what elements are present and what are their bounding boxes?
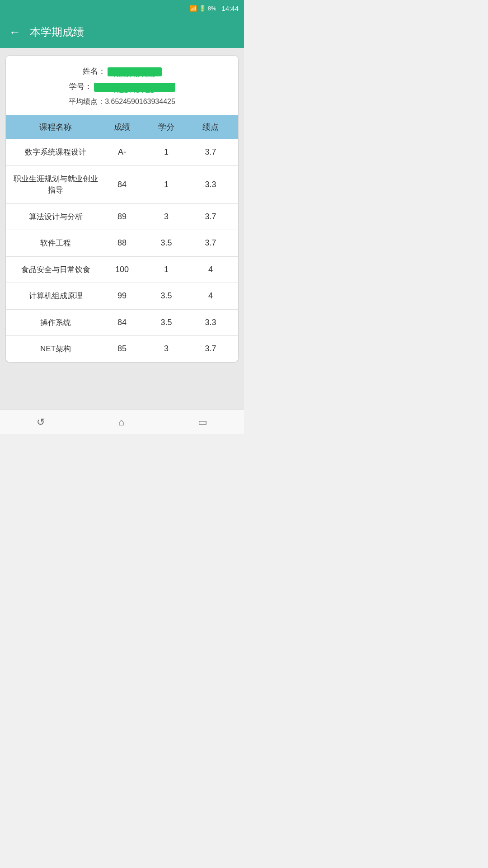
course-credit: 3.5 [144, 291, 188, 301]
course-gpa: 3.3 [188, 180, 233, 189]
id-label: 学号： [69, 82, 92, 91]
status-time: 14:44 [221, 5, 239, 12]
table-row: 操作系统 84 3.5 3.3 [6, 309, 238, 336]
table-header: 课程名称 成绩 学分 绩点 [6, 115, 238, 139]
course-grade: A- [100, 147, 144, 157]
course-name: 职业生涯规划与就业创业指导 [11, 173, 100, 196]
student-name-row: 姓名：REDACTED [13, 64, 231, 79]
course-credit: 3.5 [144, 238, 188, 248]
course-name: NET架构 [11, 343, 100, 355]
course-grade: 84 [100, 318, 144, 327]
course-grade: 84 [100, 180, 144, 189]
main-content: 姓名：REDACTED 学号：REDACTED 平均绩点：3.652459016… [0, 48, 244, 410]
status-icons: 📶 🔋 8% [190, 5, 216, 12]
table-row: 数字系统课程设计 A- 1 3.7 [6, 139, 238, 165]
signal-icon: 📶 [190, 5, 197, 12]
course-name: 软件工程 [11, 237, 100, 249]
course-credit: 3 [144, 344, 188, 354]
student-name-redacted: REDACTED [108, 67, 162, 76]
course-credit: 3.5 [144, 318, 188, 327]
course-name: 操作系统 [11, 317, 100, 329]
col-credit: 学分 [144, 122, 188, 132]
course-grade: 88 [100, 238, 144, 248]
course-grade: 89 [100, 212, 144, 222]
student-id-row: 学号：REDACTED [13, 79, 231, 94]
course-name: 计算机组成原理 [11, 290, 100, 302]
table-row: 软件工程 88 3.5 3.7 [6, 230, 238, 256]
gpa-row: 平均绩点：3.6524590163934425 [13, 94, 231, 109]
course-name: 数字系统课程设计 [11, 146, 100, 158]
course-grade: 100 [100, 265, 144, 274]
course-grade: 85 [100, 344, 144, 354]
course-gpa: 3.3 [188, 318, 233, 327]
course-gpa: 3.7 [188, 147, 233, 157]
table-row: NET架构 85 3 3.7 [6, 335, 238, 362]
gpa-label: 平均绩点：3.6524590163934425 [69, 98, 175, 105]
col-course: 课程名称 [11, 122, 100, 132]
battery-level: 8% [208, 5, 216, 12]
page-header: ← 本学期成绩 [0, 16, 244, 48]
student-info: 姓名：REDACTED 学号：REDACTED 平均绩点：3.652459016… [6, 56, 238, 115]
course-name: 食品安全与日常饮食 [11, 264, 100, 276]
nav-recent-button[interactable]: ▭ [198, 416, 207, 428]
course-credit: 1 [144, 147, 188, 157]
nav-back-button[interactable]: ↺ [37, 416, 45, 428]
course-credit: 1 [144, 180, 188, 189]
battery-icon: 🔋 8% [199, 5, 216, 12]
back-button[interactable]: ← [9, 25, 21, 39]
course-grade: 99 [100, 291, 144, 301]
table-row: 食品安全与日常饮食 100 1 4 [6, 256, 238, 283]
grades-card: 姓名：REDACTED 学号：REDACTED 平均绩点：3.652459016… [5, 55, 239, 363]
course-gpa: 4 [188, 291, 233, 301]
student-id-redacted: REDACTED [94, 83, 175, 92]
course-gpa: 3.7 [188, 344, 233, 354]
name-label: 姓名： [83, 67, 106, 75]
course-gpa: 3.7 [188, 238, 233, 248]
course-gpa: 3.7 [188, 212, 233, 222]
col-gpa: 绩点 [188, 122, 233, 132]
course-credit: 3 [144, 212, 188, 222]
bottom-nav: ↺ ⌂ ▭ [0, 410, 244, 434]
table-body: 数字系统课程设计 A- 1 3.7 职业生涯规划与就业创业指导 84 1 3.3… [6, 139, 238, 362]
course-gpa: 4 [188, 265, 233, 274]
course-credit: 1 [144, 265, 188, 274]
table-row: 计算机组成原理 99 3.5 4 [6, 283, 238, 309]
table-row: 职业生涯规划与就业创业指导 84 1 3.3 [6, 165, 238, 203]
status-bar: 📶 🔋 8% 14:44 [0, 0, 244, 16]
table-row: 算法设计与分析 89 3 3.7 [6, 203, 238, 230]
course-name: 算法设计与分析 [11, 211, 100, 223]
page-title: 本学期成绩 [30, 25, 84, 39]
nav-home-button[interactable]: ⌂ [118, 416, 124, 428]
col-grade: 成绩 [100, 122, 144, 132]
